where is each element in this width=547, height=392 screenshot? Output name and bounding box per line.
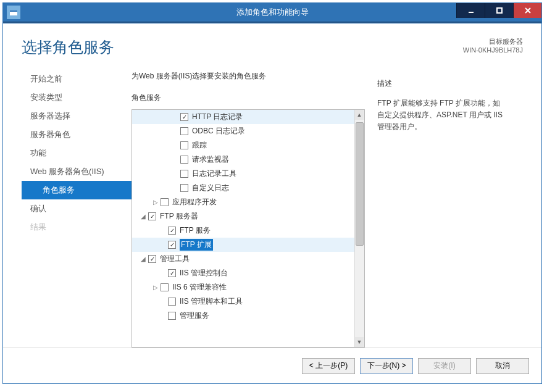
tree-scrollbar[interactable]: ▲ ▼ xyxy=(354,110,364,347)
expander-icon xyxy=(172,185,179,192)
checkbox[interactable] xyxy=(180,113,188,121)
checkbox[interactable] xyxy=(180,170,188,178)
expander-icon[interactable]: ◢ xyxy=(140,213,147,220)
tree-row-7[interactable]: ◢FTP 服务器 xyxy=(132,209,354,223)
tree-row-0[interactable]: HTTP 日志记录 xyxy=(132,110,354,124)
checkbox[interactable] xyxy=(180,141,188,149)
minimize-button[interactable] xyxy=(456,3,485,18)
install-button[interactable]: 安装(I) xyxy=(418,358,471,374)
page-title: 选择角色服务 xyxy=(22,37,114,57)
nav-item-4[interactable]: 功能 xyxy=(22,144,132,162)
checkbox[interactable] xyxy=(180,184,188,192)
tree-row-5[interactable]: 自定义日志 xyxy=(132,181,354,195)
checkbox[interactable] xyxy=(161,198,169,206)
checkbox[interactable] xyxy=(180,127,188,135)
expander-icon xyxy=(172,128,179,135)
expander-icon xyxy=(172,114,179,121)
tree-row-13[interactable]: IIS 管理脚本和工具 xyxy=(132,294,354,309)
wizard-footer: < 上一步(P) 下一步(N) > 安装(I) 取消 xyxy=(3,348,541,383)
tree-row-10[interactable]: ◢管理工具 xyxy=(132,252,354,266)
checkbox[interactable] xyxy=(148,255,156,263)
target-server-block: 目标服务器 WIN-0KHJ9BLH78J xyxy=(463,37,523,54)
expander-icon xyxy=(159,298,167,306)
scroll-up-button[interactable]: ▲ xyxy=(355,110,364,120)
scroll-thumb[interactable] xyxy=(356,122,364,246)
expander-icon xyxy=(159,312,167,320)
nav-item-8: 结果 xyxy=(22,218,132,236)
window-buttons xyxy=(456,3,541,18)
tree-label: IIS 6 管理兼容性 xyxy=(172,282,227,293)
expander-icon xyxy=(172,156,179,164)
description-text: FTP 扩展能够支持 FTP 扩展功能，如自定义提供程序、ASP.NET 用户或… xyxy=(377,98,507,133)
expander-icon xyxy=(172,170,179,178)
expander-icon xyxy=(159,270,167,277)
tree-label: 日志记录工具 xyxy=(192,169,236,179)
nav-item-5[interactable]: Web 服务器角色(IIS) xyxy=(22,162,132,181)
expander-icon[interactable]: ▷ xyxy=(152,199,159,206)
expander-icon xyxy=(159,227,167,235)
close-button[interactable] xyxy=(513,3,541,18)
wizard-window: 添加角色和功能向导 选择角色服务 目标服务器 WIN-0KHJ9BLH78J 开… xyxy=(2,2,542,384)
tree-label: FTP 服务器 xyxy=(160,211,198,222)
titlebar[interactable]: 添加角色和功能向导 xyxy=(3,3,541,22)
nav-item-3[interactable]: 服务器角色 xyxy=(22,125,132,144)
tree-row-14[interactable]: 管理服务 xyxy=(132,309,354,323)
tree-row-9[interactable]: FTP 扩展 xyxy=(132,238,354,252)
expander-icon xyxy=(172,142,179,149)
expander-icon xyxy=(159,241,167,249)
tree-label: FTP 扩展 xyxy=(180,239,213,251)
tree-label: 应用程序开发 xyxy=(172,197,217,207)
tree-label: 管理工具 xyxy=(160,254,190,264)
nav-item-7[interactable]: 确认 xyxy=(22,199,132,218)
checkbox[interactable] xyxy=(161,283,169,291)
checkbox[interactable] xyxy=(168,241,176,249)
tree-row-4[interactable]: 日志记录工具 xyxy=(132,167,354,181)
tree-row-3[interactable]: 请求监视器 xyxy=(132,152,354,167)
tree-label: HTTP 日志记录 xyxy=(192,112,243,122)
tree-label: 自定义日志 xyxy=(192,183,229,193)
tree-label: ODBC 日志记录 xyxy=(192,126,245,136)
checkbox[interactable] xyxy=(168,269,176,277)
tree-label: IIS 管理脚本和工具 xyxy=(180,296,243,307)
tree-row-11[interactable]: IIS 管理控制台 xyxy=(132,266,354,280)
cancel-button[interactable]: 取消 xyxy=(476,358,529,374)
expander-icon[interactable]: ▷ xyxy=(152,284,159,291)
tree-label: 跟踪 xyxy=(192,140,207,151)
svg-rect-3 xyxy=(497,8,502,13)
roles-heading: 角色服务 xyxy=(132,85,365,107)
maximize-button[interactable] xyxy=(485,3,513,18)
tree-row-1[interactable]: ODBC 日志记录 xyxy=(132,124,354,138)
description-heading: 描述 xyxy=(377,78,507,98)
nav-item-0[interactable]: 开始之前 xyxy=(22,70,132,88)
checkbox[interactable] xyxy=(180,156,188,164)
checkbox[interactable] xyxy=(168,227,176,235)
checkbox[interactable] xyxy=(148,212,156,220)
instruction-text: 为Web 服务器(IIS)选择要安装的角色服务 xyxy=(132,67,365,85)
expander-icon[interactable]: ◢ xyxy=(140,256,147,263)
nav-item-1[interactable]: 安装类型 xyxy=(22,88,132,107)
checkbox[interactable] xyxy=(168,298,176,306)
tree-label: IIS 管理控制台 xyxy=(180,268,228,278)
tree-label: 管理服务 xyxy=(180,311,209,321)
target-label: 目标服务器 xyxy=(463,37,523,46)
tree-row-6[interactable]: ▷应用程序开发 xyxy=(132,195,354,209)
app-icon xyxy=(7,6,20,19)
nav-item-6[interactable]: 角色服务 xyxy=(22,181,132,199)
tree-row-2[interactable]: 跟踪 xyxy=(132,138,354,152)
scroll-down-button[interactable]: ▼ xyxy=(355,337,364,347)
wizard-nav: 开始之前安装类型服务器选择服务器角色功能Web 服务器角色(IIS)角色服务确认… xyxy=(22,64,132,348)
tree-label: FTP 服务 xyxy=(180,225,211,236)
tree-row-8[interactable]: FTP 服务 xyxy=(132,223,354,238)
role-services-tree: HTTP 日志记录ODBC 日志记录跟踪请求监视器日志记录工具自定义日志▷应用程… xyxy=(132,109,365,348)
tree-label: 请求监视器 xyxy=(192,154,229,165)
previous-button[interactable]: < 上一步(P) xyxy=(302,358,355,374)
nav-item-2[interactable]: 服务器选择 xyxy=(22,107,132,125)
checkbox[interactable] xyxy=(168,312,176,320)
svg-rect-1 xyxy=(10,10,17,12)
next-button[interactable]: 下一步(N) > xyxy=(360,358,413,374)
tree-row-12[interactable]: ▷IIS 6 管理兼容性 xyxy=(132,280,354,294)
target-server-name: WIN-0KHJ9BLH78J xyxy=(463,46,523,54)
